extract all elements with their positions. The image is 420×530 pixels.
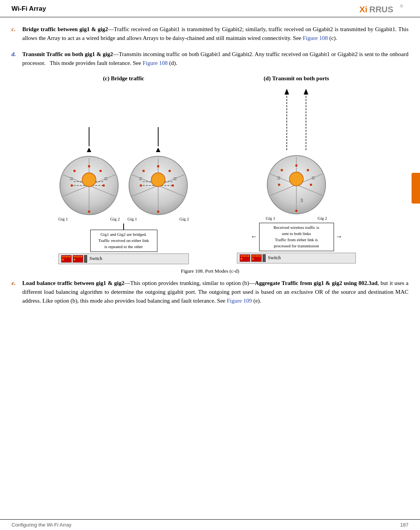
svg-point-21 [73, 170, 76, 172]
svg-point-64 [278, 184, 280, 186]
transmit-arrows [266, 85, 327, 154]
sw-dot [79, 256, 81, 258]
transmit-disk-col: 3 Gig 1 Gig 2 [266, 85, 327, 220]
sw-dot [244, 255, 246, 257]
transmit-disk-row: 3 Gig 1 Gig 2 [266, 85, 327, 220]
disk-col-2: ▲ [127, 85, 189, 221]
header-title: Wi-Fi Array [12, 5, 46, 13]
sw-dot [241, 255, 242, 257]
svg-point-63 [281, 169, 283, 171]
sw-dot [77, 256, 79, 258]
figure108-link-d[interactable]: Figure 108 [142, 60, 167, 66]
sw-dot [76, 256, 77, 258]
text-c: Bridge traffic between gig1 & gig2—Traff… [22, 25, 408, 43]
sw-dot [69, 256, 71, 258]
switch-ports-left [61, 255, 87, 263]
page-footer: Configuring the Wi-Fi Array 187 [0, 519, 420, 530]
svg-point-39 [172, 184, 174, 187]
figure-right: (d) Transmit on both ports [216, 75, 377, 263]
svg-text:3: 3 [300, 197, 303, 203]
sw-connector-r [263, 254, 266, 262]
svg-point-60 [307, 169, 309, 171]
svg-point-61 [310, 184, 312, 186]
disk2-gig-labels: Gig 1 Gig 2 [127, 217, 189, 221]
sw-port-block-4 [251, 254, 262, 262]
sw-dot [81, 256, 82, 258]
logo: Xi RRUS ® [359, 3, 408, 15]
text-e: Load balance traffic between gig1 & gig2… [22, 279, 408, 306]
svg-text:RRUS: RRUS [369, 5, 393, 14]
arrow-left-icon: ← [251, 233, 258, 241]
sw-dot [259, 255, 261, 257]
figure-caption: Figure 108. Port Modes (c-d) [181, 268, 239, 274]
sw-dot [64, 256, 66, 258]
sw-connector [84, 255, 87, 263]
bridge-info-row: Gig1 and Gig2 are bridged.Traffic receiv… [90, 224, 157, 252]
transmit-arrows-svg [266, 85, 327, 154]
transmit-info-row: ← Received wireless traffic issent to bo… [251, 223, 342, 251]
svg-text:Xi: Xi [359, 5, 367, 14]
svg-point-42 [140, 184, 142, 187]
svg-marker-44 [284, 89, 289, 94]
sw-dot [68, 256, 69, 258]
sw-dot [243, 255, 244, 257]
svg-point-62 [295, 210, 298, 212]
sw-port-block-1 [61, 255, 72, 263]
disk-svg-3: 3 [266, 154, 327, 215]
sw-port-block-3 [240, 254, 250, 262]
svg-point-37 [157, 165, 159, 167]
switch-label-right: Switch [268, 255, 281, 261]
sw-dot [62, 256, 64, 258]
bridge-arrow-2: ▲ [154, 85, 162, 154]
figure-left: (c) Bridge traffic ▲ [43, 75, 204, 264]
main-content: c. Bridge traffic between gig1 & gig2—Tr… [0, 17, 420, 336]
svg-point-20 [88, 210, 90, 213]
page-header: Wi-Fi Array Xi RRUS ® [0, 0, 420, 17]
figure108-link-c[interactable]: Figure 108 [303, 35, 327, 41]
disk-col-1: ▲ [58, 85, 120, 221]
text-d: Transmit Traffic on both gig1 & gig2—Tra… [22, 50, 408, 68]
bridge-switch-row: Switch [58, 253, 189, 264]
sw-dot [241, 258, 242, 260]
sw-port-block-2 [73, 255, 83, 263]
footer-right-text: 187 [400, 522, 408, 528]
sw-dot [246, 255, 248, 257]
list-item-e: e. Load balance traffic between gig1 & g… [12, 279, 408, 306]
bridge-line-top [123, 224, 124, 230]
figure-right-title: (d) Transmit on both ports [264, 75, 329, 82]
sw-dot [66, 256, 67, 258]
bridge-info-col: Gig1 and Gig2 are bridged.Traffic receiv… [90, 224, 157, 252]
sw-dot [252, 258, 254, 260]
label-c: c. [12, 25, 22, 43]
figure109-link-e[interactable]: Figure 109 [227, 298, 252, 304]
bridge-info-box: Gig1 and Gig2 are bridged.Traffic receiv… [90, 230, 157, 252]
list-item-c: c. Bridge traffic between gig1 & gig2—Tr… [12, 25, 408, 43]
orange-tab [412, 173, 420, 204]
transmit-switch-row: Switch [237, 253, 356, 263]
figure-108: (c) Bridge traffic ▲ [12, 75, 408, 274]
svg-point-17 [88, 165, 90, 167]
label-d: d. [12, 50, 22, 68]
switch-ports-right [240, 254, 266, 262]
svg-point-19 [103, 184, 105, 187]
disk3-gig-labels: Gig 1 Gig 2 [266, 216, 327, 220]
bridge-switch-bar: Switch [58, 253, 189, 264]
svg-point-18 [99, 170, 102, 172]
sw-dot [258, 255, 259, 257]
svg-marker-46 [304, 89, 308, 94]
switch-label-left: Switch [89, 256, 102, 262]
svg-point-58 [289, 172, 303, 186]
sw-dot [256, 255, 257, 257]
bridge-disks: ▲ [58, 85, 189, 221]
svg-point-36 [151, 173, 165, 187]
transmit-switch-bar: Switch [237, 253, 356, 263]
disk1-gig-labels: Gig 1 Gig 2 [58, 217, 120, 221]
list-item-d: d. Transmit Traffic on both gig1 & gig2—… [12, 50, 408, 68]
sw-dot [252, 255, 254, 257]
transmit-info-box: Received wireless traffic issent to both… [259, 223, 334, 251]
svg-point-41 [142, 170, 145, 172]
sw-dot [248, 255, 249, 257]
sw-dot [74, 259, 75, 260]
bridge-arrow-1: ▲ [85, 85, 93, 154]
disk-svg-1 [58, 155, 120, 216]
